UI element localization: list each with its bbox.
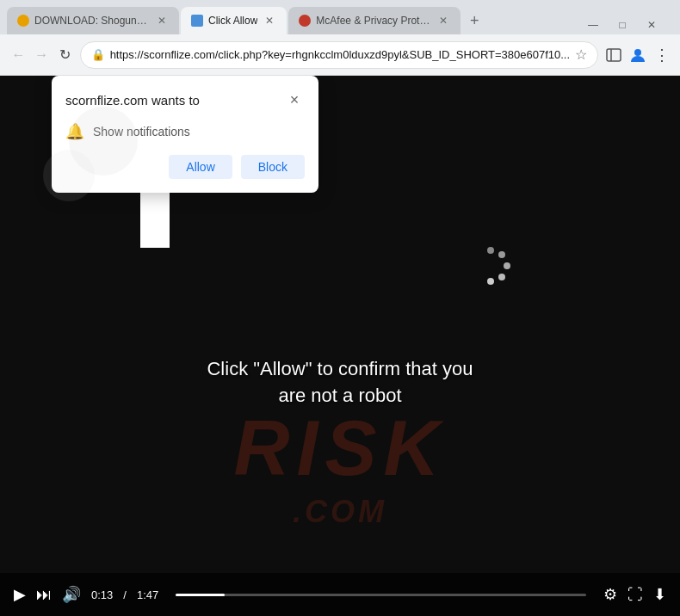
bookmark-icon[interactable]: ☆ <box>575 46 587 63</box>
tab-3[interactable]: McAfee & Privacy Protect... ✕ <box>288 7 461 34</box>
tab-1-favicon <box>17 15 29 27</box>
tab-2-label: Click Allow <box>208 15 257 27</box>
svg-point-5 <box>498 251 505 258</box>
tab-1-label: DOWNLOAD: Shogun S0... <box>34 15 150 27</box>
watermark-risk-text: RISK <box>233 410 446 487</box>
new-tab-button[interactable]: + <box>462 9 486 33</box>
window-controls: — □ ✕ <box>572 17 673 33</box>
main-content: RISK .COM Click "Allow" to confirm that … <box>0 76 680 616</box>
browser-frame: DOWNLOAD: Shogun S0... ✕ Click Allow ✕ M… <box>0 0 680 616</box>
watermark-com-text: .COM <box>293 494 387 530</box>
popup-decoration-2 <box>43 150 95 201</box>
back-button[interactable]: ← <box>10 43 27 67</box>
time-total: 1:47 <box>137 588 158 601</box>
tab-1-close[interactable]: ✕ <box>155 14 169 28</box>
time-separator: / <box>123 588 127 601</box>
svg-point-8 <box>487 278 494 285</box>
svg-point-2 <box>634 49 641 56</box>
skip-button[interactable]: ⏭ <box>36 586 52 604</box>
time-current: 0:13 <box>91 588 113 601</box>
instruction-text: Click "Allow" to confirm that you are no… <box>0 356 680 410</box>
popup-title: scornflize.com wants to <box>65 93 200 108</box>
tab-1[interactable]: DOWNLOAD: Shogun S0... ✕ <box>7 7 179 34</box>
instruction-line-1: Click "Allow" to confirm that you <box>0 356 680 383</box>
svg-rect-0 <box>607 49 621 61</box>
lock-icon: 🔒 <box>91 48 105 61</box>
progress-bar[interactable] <box>176 594 586 596</box>
video-controls: ▶ ⏭ 🔊 0:13 / 1:47 ⚙ ⛶ ⬇ <box>0 573 680 616</box>
svg-point-7 <box>498 274 505 280</box>
settings-button[interactable]: ⚙ <box>603 585 617 604</box>
url-text: https://scornflize.com/click.php?key=rhg… <box>110 48 570 61</box>
forward-button[interactable]: → <box>34 43 50 67</box>
svg-point-6 <box>504 262 510 269</box>
watermark: RISK .COM <box>0 410 680 530</box>
right-controls: ⚙ ⛶ ⬇ <box>603 585 666 604</box>
progress-fill <box>176 594 225 596</box>
sidebar-button[interactable] <box>605 43 622 67</box>
address-bar: ← → ↻ 🔒 https://scornflize.com/click.php… <box>0 34 680 76</box>
url-bar[interactable]: 🔒 https://scornflize.com/click.php?key=r… <box>80 41 598 69</box>
tab-3-label: McAfee & Privacy Protect... <box>316 15 431 27</box>
popup-close-button[interactable]: × <box>284 89 305 110</box>
loading-spinner <box>469 243 512 286</box>
tab-3-favicon <box>299 15 311 27</box>
download-button[interactable]: ⬇ <box>653 585 666 604</box>
minimize-button[interactable]: — <box>585 17 601 33</box>
volume-button[interactable]: 🔊 <box>62 585 81 604</box>
fullscreen-button[interactable]: ⛶ <box>627 586 643 604</box>
tab-2-close[interactable]: ✕ <box>263 14 276 28</box>
more-menu-button[interactable]: ⋮ <box>653 43 670 67</box>
instruction-line-2: are not a robot <box>0 383 680 410</box>
profile-button[interactable] <box>629 43 646 67</box>
tab-3-close[interactable]: ✕ <box>436 14 450 28</box>
tab-2[interactable]: Click Allow ✕ <box>181 7 287 34</box>
play-button[interactable]: ▶ <box>14 585 26 604</box>
block-button[interactable]: Block <box>241 155 305 179</box>
svg-point-4 <box>487 247 494 254</box>
tab-bar: DOWNLOAD: Shogun S0... ✕ Click Allow ✕ M… <box>0 0 680 34</box>
reload-button[interactable]: ↻ <box>57 43 73 67</box>
tab-2-favicon <box>191 15 203 27</box>
notification-popup: scornflize.com wants to × 🔔 Show notific… <box>52 76 318 193</box>
close-window-button[interactable]: ✕ <box>644 17 659 33</box>
maximize-button[interactable]: □ <box>615 17 630 33</box>
allow-button[interactable]: Allow <box>169 155 232 179</box>
